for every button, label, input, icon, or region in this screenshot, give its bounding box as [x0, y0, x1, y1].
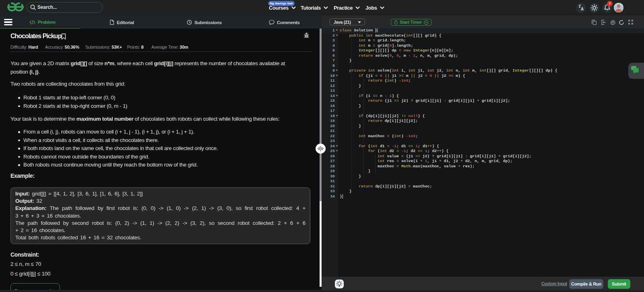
svg-text:A: A — [581, 7, 584, 11]
